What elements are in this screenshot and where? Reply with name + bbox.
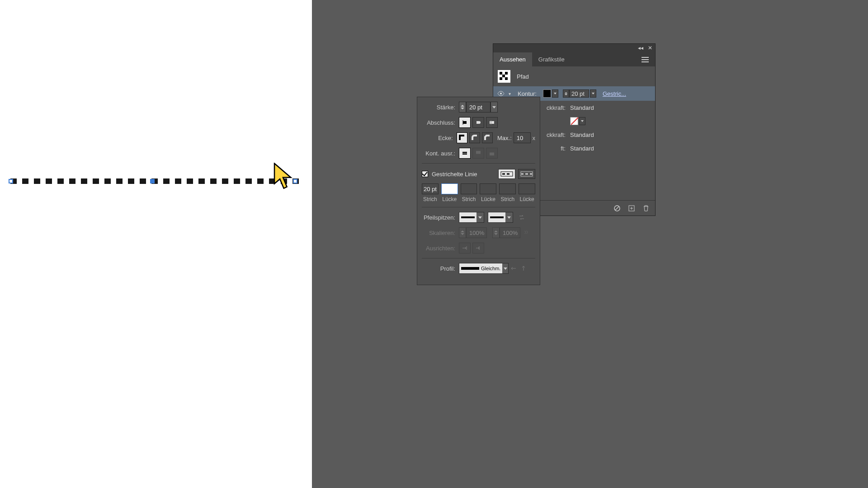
stroke-color-dropdown[interactable]: [552, 89, 558, 98]
weight-input[interactable]: 20 pt: [466, 102, 491, 113]
cap-round-button[interactable]: [472, 117, 484, 128]
dash-1-input[interactable]: [441, 183, 458, 194]
corner-label: Ecke:: [422, 135, 457, 141]
workspace-bg: ◂◂ ✕ Aussehen Grafikstile Pfad ▾ Kontur:…: [312, 0, 868, 488]
scale-a-input: 100%: [466, 227, 487, 238]
cap-projecting-button[interactable]: [486, 117, 498, 128]
profile-label: Profil:: [422, 265, 459, 272]
dash-5-input[interactable]: [519, 183, 535, 194]
swap-arrowheads-icon[interactable]: [517, 212, 527, 222]
scale-b-input: 100%: [500, 227, 520, 238]
stroke-opacity-label: ckkraft:: [538, 104, 570, 111]
svg-line-8: [615, 206, 619, 210]
profile-flip-y-icon: [519, 263, 528, 273]
arrowhead-label: Pfeilspitzen:: [422, 214, 459, 221]
stroke-opacity-value[interactable]: Standard: [570, 104, 594, 111]
miter-x: x: [533, 135, 536, 141]
canvas[interactable]: [0, 0, 312, 488]
corner-bevel-button[interactable]: [482, 132, 493, 143]
dash-preserve-button[interactable]: [498, 169, 515, 179]
arrowhead-start-select[interactable]: [459, 212, 484, 223]
anchor-start[interactable]: [9, 179, 13, 183]
fold-icon[interactable]: ▾: [509, 91, 515, 96]
svg-rect-3: [502, 75, 505, 77]
dash-align-button[interactable]: [518, 169, 535, 179]
align-inside-button: [472, 148, 484, 159]
arrow-align-extend-button: [459, 243, 471, 253]
anchor-mid[interactable]: [150, 179, 155, 183]
align-outside-button: [486, 148, 498, 159]
svg-rect-4: [500, 77, 502, 80]
miter-label: Max.:: [497, 135, 512, 141]
stroke-popup: Stärke: 20 pt Abschluss: Ecke: Max.: 10 …: [417, 97, 540, 285]
dash-2-caption: Strich: [461, 196, 477, 202]
arrow-align-end-button: [472, 243, 484, 253]
dash-4-caption: Strich: [499, 196, 516, 202]
dash-2-input[interactable]: [461, 183, 477, 194]
dash-1-caption: Lücke: [441, 196, 458, 202]
visibility-icon[interactable]: [497, 90, 505, 97]
dashed-checkbox[interactable]: [422, 171, 428, 177]
weight-label: Stärke:: [422, 104, 459, 111]
dash-3-caption: Lücke: [480, 196, 496, 202]
corner-miter-button[interactable]: [457, 132, 467, 143]
stroke-weight-dropdown[interactable]: [590, 89, 596, 98]
fill-opacity-label: ckkraft:: [538, 131, 570, 138]
align-center-button[interactable]: [459, 148, 471, 159]
fill-opacity-value[interactable]: Standard: [570, 131, 594, 138]
dash-0-caption: Strich: [422, 196, 439, 202]
svg-rect-18: [476, 151, 481, 154]
scale-label: Skalieren:: [422, 230, 459, 236]
arrowhead-end-select[interactable]: [488, 212, 513, 223]
object-type: Pfad: [517, 73, 529, 80]
panel-menu-icon[interactable]: [639, 54, 651, 66]
overall-opacity-label: ft:: [538, 145, 570, 152]
scale-b-stepper: [492, 227, 500, 238]
dash-4-input[interactable]: [499, 183, 516, 194]
svg-rect-14: [490, 121, 494, 124]
fill-color-dropdown[interactable]: [579, 117, 585, 125]
new-icon[interactable]: [628, 205, 635, 212]
align-label: Kont. ausr.:: [422, 150, 459, 157]
stroke-weight-stepper[interactable]: [563, 89, 569, 98]
dashed-label: Gestrichelte Linie: [432, 171, 477, 178]
cap-label: Abschluss:: [422, 119, 459, 126]
overall-opacity-value[interactable]: Standard: [570, 145, 594, 152]
stroke-color-swatch[interactable]: [543, 89, 551, 98]
collapse-icon[interactable]: ◂◂: [638, 45, 643, 51]
svg-rect-5: [505, 77, 508, 80]
svg-point-6: [500, 93, 502, 94]
dash-inputs: 20 ptStrich Lücke Strich Lücke Strich Lü…: [422, 183, 535, 202]
profile-select[interactable]: Gleichm.: [459, 263, 509, 274]
stroke-dashed-link[interactable]: Gestric...: [603, 90, 626, 97]
tab-appearance[interactable]: Aussehen: [493, 52, 532, 66]
object-thumbnail: [498, 70, 510, 83]
anchor-end[interactable]: [293, 179, 297, 183]
weight-stepper[interactable]: [459, 102, 466, 113]
trash-icon[interactable]: [642, 205, 650, 212]
dash-0-input[interactable]: 20 pt: [422, 183, 439, 194]
cap-butt-button[interactable]: [459, 117, 471, 128]
dash-5-caption: Lücke: [519, 196, 535, 202]
dash-3-input[interactable]: [480, 183, 496, 194]
close-icon[interactable]: ✕: [648, 45, 652, 51]
stroke-weight-value[interactable]: 20 pt: [569, 89, 589, 98]
svg-rect-1: [500, 72, 502, 75]
profile-flip-x-icon: [509, 263, 519, 273]
align-arrow-label: Ausrichten:: [422, 245, 459, 252]
tab-graphic-styles[interactable]: Grafikstile: [532, 52, 571, 66]
svg-rect-20: [490, 153, 494, 155]
svg-rect-2: [505, 72, 508, 75]
scale-a-stepper: [459, 227, 466, 238]
weight-dropdown[interactable]: [491, 102, 498, 113]
miter-input[interactable]: 10: [514, 132, 531, 143]
fill-color-swatch[interactable]: [570, 117, 578, 125]
corner-round-button[interactable]: [469, 132, 480, 143]
svg-rect-12: [463, 121, 467, 124]
link-scale-icon: [520, 228, 530, 238]
stroke-label: Kontur:: [518, 90, 543, 97]
clear-icon[interactable]: [613, 205, 621, 212]
cursor-icon: [274, 163, 292, 191]
